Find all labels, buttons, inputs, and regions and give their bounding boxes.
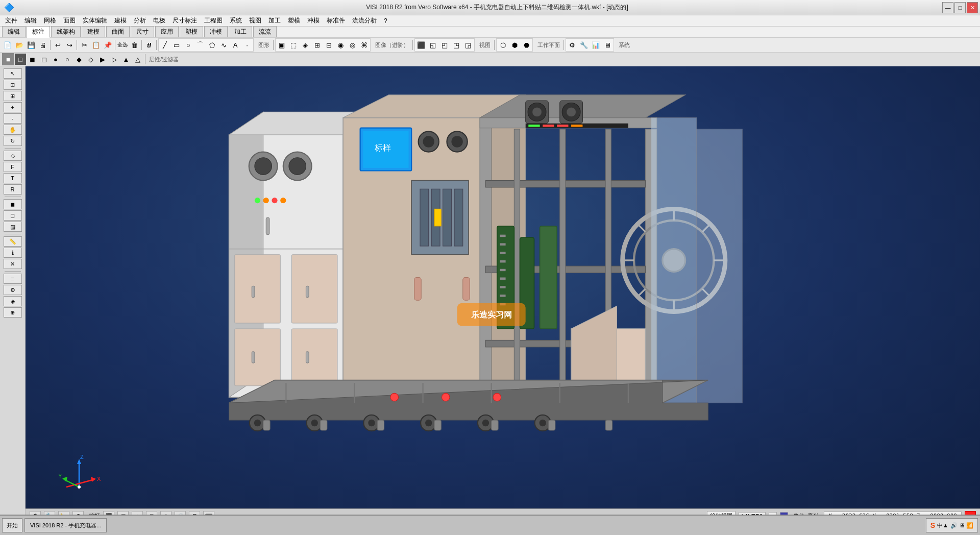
tb-save[interactable]: 💾 [26,39,37,51]
menu-grid[interactable]: 网格 [41,15,59,26]
menu-electrode[interactable]: 电极 [150,15,168,26]
tab-machining[interactable]: 加工 [229,26,252,37]
sidebar-shade[interactable]: ◼ [4,199,22,209]
sidebar-pan[interactable]: ✋ [4,125,22,135]
tb-paste[interactable]: 📌 [102,39,113,51]
taskbar-visi-btn[interactable]: VISI 2018 R2 - 手机充电器... [24,518,107,532]
tab-annotation[interactable]: 标注 [27,26,50,38]
menu-stamping[interactable]: 冲模 [304,15,323,26]
tb-line[interactable]: ╱ [159,39,170,51]
tb-display-mode-1[interactable]: ■ [2,53,14,65]
viewport[interactable]: 标样 [26,66,980,523]
tb-filter-4[interactable]: ○ [62,54,73,65]
menu-model[interactable]: 建模 [111,15,130,26]
sidebar-iso[interactable]: ◇ [4,151,22,161]
sidebar-zoom-in[interactable]: + [4,102,22,112]
tb-filter-6[interactable]: ◇ [85,54,96,65]
sidebar-shade-wire[interactable]: ▨ [4,222,22,232]
menu-analysis[interactable]: 分析 [131,15,149,26]
close-button[interactable]: ✕ [967,2,978,13]
tb-view-5[interactable]: ◲ [462,39,474,51]
tab-stamping[interactable]: 冲模 [204,26,228,37]
tb-img-3[interactable]: ◈ [300,39,311,51]
sidebar-extra-2[interactable]: ⊕ [4,307,22,318]
tb-sys-1[interactable]: ⚙ [567,39,578,51]
tb-text[interactable]: A [230,39,241,51]
menu-edit[interactable]: 编辑 [21,15,40,26]
tb-view-1[interactable]: ⬛ [415,39,427,51]
tb-display-mode-2[interactable]: □ [15,54,26,65]
tab-surface[interactable]: 曲面 [106,26,130,37]
tb-select-all[interactable]: 全选 [117,39,128,51]
sidebar-layers[interactable]: ≡ [4,274,22,284]
tb-img-5[interactable]: ⊟ [323,39,334,51]
tb-img-6[interactable]: ◉ [335,39,346,51]
sidebar-measure[interactable]: 📏 [4,236,22,247]
menu-machining[interactable]: 加工 [265,15,284,26]
menu-surface[interactable]: 面图 [60,15,79,26]
menu-help[interactable]: ? [381,16,390,26]
tb-img-7[interactable]: ◎ [347,39,358,51]
menu-drawing[interactable]: 工程图 [201,15,226,26]
sidebar-zoom-window[interactable]: ⊞ [4,91,22,101]
tb-circle[interactable]: ○ [183,39,194,51]
tb-img-4[interactable]: ⊞ [311,39,323,51]
tb-wp-3[interactable]: ⬣ [521,39,532,51]
tab-wireframe[interactable]: 线架构 [51,26,81,37]
tb-filter-9[interactable]: ▲ [120,54,132,65]
tb-view-3[interactable]: ◰ [439,39,450,51]
tb-open[interactable]: 📂 [14,39,25,51]
sidebar-top[interactable]: T [4,173,22,183]
tb-img-2[interactable]: ⬚ [288,39,299,51]
tb-redo[interactable]: ↪ [64,39,75,51]
menu-solid-edit[interactable]: 实体编辑 [80,15,110,26]
tab-flow[interactable]: 流流 [253,26,277,37]
sidebar-delete[interactable]: ✕ [4,259,22,269]
sidebar-zoom-out[interactable]: - [4,113,22,124]
tb-print[interactable]: 🖨 [37,39,48,51]
tb-wp-2[interactable]: ⬢ [509,39,520,51]
tab-mold[interactable]: 塑模 [180,26,203,37]
tb-img-8[interactable]: ⌘ [358,39,370,51]
tb-arc[interactable]: ⌒ [194,39,206,51]
tb-filter-10[interactable]: △ [132,54,143,65]
sidebar-extra-1[interactable]: ◈ [4,296,22,306]
tb-view-2[interactable]: ◱ [427,39,438,51]
tb-filter-5[interactable]: ◆ [74,54,85,65]
tab-dimension[interactable]: 尺寸 [131,26,154,37]
tb-wp-1[interactable]: ⬡ [497,39,508,51]
tb-curve[interactable]: ∿ [218,39,229,51]
menu-view[interactable]: 视图 [246,15,264,26]
sidebar-rotate[interactable]: ↻ [4,136,22,146]
tb-sys-2[interactable]: 🔧 [578,39,590,51]
tb-new[interactable]: 📄 [2,39,13,51]
menu-standard[interactable]: 标准件 [324,15,348,26]
tab-edit[interactable]: 编辑 [2,26,26,37]
tb-poly[interactable]: ⬠ [206,39,217,51]
tb-filter-1[interactable]: ◼ [27,54,38,65]
start-button[interactable]: 开始 [2,518,22,532]
tb-delete[interactable]: 🗑 [129,39,140,51]
sidebar-select[interactable]: ↖ [4,68,22,79]
tb-sys-4[interactable]: 🖥 [602,39,613,51]
minimize-button[interactable]: — [942,2,953,13]
tb-filter-3[interactable]: ● [50,54,61,65]
sidebar-wire[interactable]: ◻ [4,210,22,221]
tb-filter-8[interactable]: ▷ [109,54,120,65]
tb-rect[interactable]: ▭ [171,39,182,51]
sidebar-right[interactable]: R [4,184,22,194]
tb-view-4[interactable]: ◳ [451,39,462,51]
tb-filter-2[interactable]: ◻ [38,54,50,65]
tb-filter-7[interactable]: ▶ [97,54,108,65]
tb-undo[interactable]: ↩ [52,39,63,51]
sidebar-zoom-fit[interactable]: ⊡ [4,80,22,90]
tab-modeling[interactable]: 建模 [82,26,105,37]
tb-sys-3[interactable]: 📊 [590,39,601,51]
sidebar-properties[interactable]: ⚙ [4,285,22,295]
menu-mold[interactable]: 塑模 [285,15,303,26]
menu-flow[interactable]: 流流分析 [349,15,380,26]
tb-cut[interactable]: ✂ [79,39,90,51]
tb-copy[interactable]: 📋 [90,39,102,51]
tb-annotation-type[interactable]: tI [143,39,155,51]
menu-dimension[interactable]: 尺寸标注 [169,15,200,26]
